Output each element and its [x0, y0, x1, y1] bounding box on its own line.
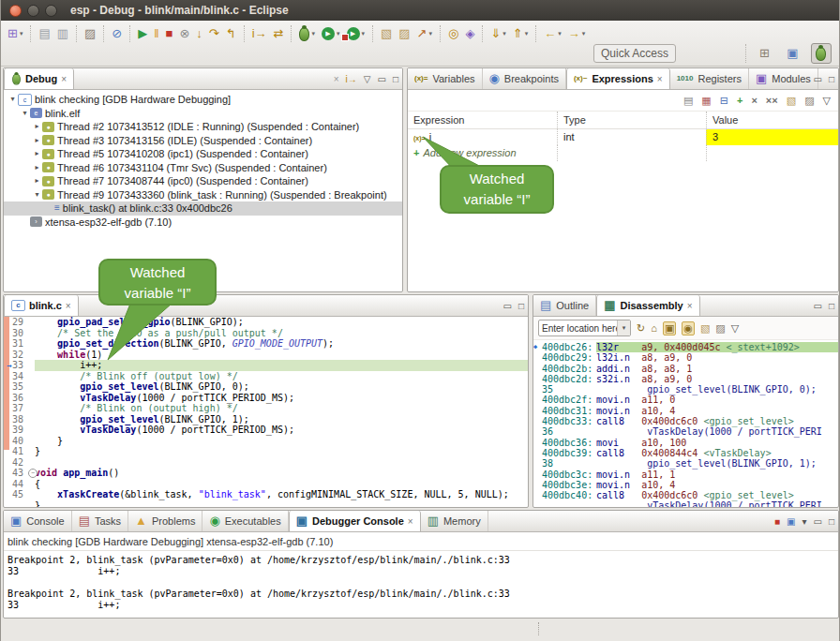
tab-debug-close-icon[interactable]: × [61, 74, 67, 84]
tab-debugger-console[interactable]: ▣Debugger Console× [289, 511, 421, 531]
tab-modules[interactable]: ▣Modules [749, 68, 818, 89]
tree-row[interactable]: ▾eblink.elf [4, 107, 402, 121]
tree-row[interactable]: ▸●Thread #6 1073431104 (Tmr Svc) (Suspen… [4, 161, 402, 175]
maximize-icon[interactable]: □ [829, 516, 834, 527]
tree-row[interactable]: ›xtensa-esp32-elf-gdb (7.10) [4, 216, 402, 230]
run-icon[interactable]: ▶▾ [319, 24, 343, 43]
location-combo[interactable]: Enter location here ▾ [538, 320, 631, 336]
dropdown-arrow-icon[interactable]: ▾ [20, 30, 23, 37]
tab-expressions[interactable]: (x)~Expressions× [566, 68, 670, 89]
remove-expression-icon[interactable]: × [751, 95, 757, 106]
window-close-button[interactable] [9, 5, 22, 17]
disassembly-content[interactable]: ◆400dbc26:l32r a9, 0x400d045c <_stext+10… [533, 340, 838, 508]
tree-row[interactable]: ▸●Thread #2 1073413512 (IDLE : Running) … [4, 120, 402, 134]
tab-tasks[interactable]: ▤Tasks [72, 511, 128, 531]
build-icon[interactable]: ▨ [82, 24, 98, 43]
minimize-icon[interactable]: ▭ [814, 74, 822, 84]
fold-collapse-icon[interactable]: − [28, 469, 38, 478]
tab-executables[interactable]: ◉Executables [202, 511, 288, 531]
dropdown-arrow-icon[interactable]: ▾ [582, 30, 586, 37]
dropdown-arrow-icon[interactable]: ▾ [429, 30, 433, 37]
refresh-icon[interactable]: ↻ [637, 322, 645, 335]
column-type[interactable]: Type [557, 112, 706, 128]
instruction-stepping-toggle-icon[interactable]: i→ [346, 74, 357, 84]
window-minimize-button[interactable] [27, 5, 39, 17]
sync-selection-toggle-icon[interactable]: ◉ [682, 321, 695, 335]
column-expression[interactable]: Expression [408, 112, 557, 128]
show-logical-structure-icon[interactable]: ▦ [701, 95, 711, 107]
tree-row[interactable]: ▾●Thread #9 1073433360 (blink_task : Run… [4, 188, 402, 202]
quick-access-button[interactable]: Quick Access [593, 44, 676, 63]
disconnect-icon[interactable]: ⊗ [176, 24, 192, 43]
dropdown-arrow-icon[interactable]: ▾ [362, 30, 366, 37]
open-perspective-button[interactable]: ⊞ [755, 43, 775, 64]
tab-registers[interactable]: 1010Registers [670, 68, 749, 89]
save-all-icon[interactable]: ▥ [54, 24, 71, 43]
tab-expressions-close-icon[interactable]: × [657, 74, 663, 84]
location-combo-dropdown-icon[interactable]: ▾ [617, 320, 630, 335]
cpp-perspective-button[interactable]: ▣ [783, 43, 803, 64]
maximize-icon[interactable]: □ [393, 74, 398, 84]
tab-outline[interactable]: ▤Outline [533, 295, 596, 316]
dropdown-arrow-icon[interactable]: ▾ [525, 30, 529, 37]
minimize-icon[interactable]: ▭ [814, 516, 822, 527]
open-new-view-icon[interactable]: ▨ [804, 95, 814, 107]
editor-content[interactable]: 29 gpio_pad_select_gpio(BLINK_GPIO);30 /… [4, 317, 528, 508]
tab-memory[interactable]: ▥Memory [421, 511, 488, 531]
tab-debug[interactable]: Debug × [4, 68, 74, 89]
home-icon[interactable]: ⌂ [651, 322, 657, 334]
tree-row[interactable]: ▸●Thread #7 1073408744 (ipc0) (Suspended… [4, 174, 402, 188]
step-over-icon[interactable]: ↷ [206, 24, 222, 43]
show-type-names-icon[interactable]: ▤ [683, 95, 693, 107]
tab-disassembly[interactable]: ▦Disassembly× [596, 295, 699, 316]
console-output[interactable]: Breakpoint 2, blink_task (pvParameter=0x… [4, 551, 838, 611]
column-value[interactable]: Value [706, 112, 838, 128]
expander-icon[interactable]: ▸ [32, 147, 42, 160]
tab-console[interactable]: ▣Console [4, 511, 72, 531]
terminate-icon[interactable]: ■ [163, 24, 176, 43]
remove-all-expressions-icon[interactable]: ×× [766, 95, 778, 106]
back-icon[interactable]: ←▾ [541, 24, 564, 43]
open-project-icon[interactable]: ▨ [396, 24, 412, 43]
tab-breakpoints[interactable]: ◉Breakpoints [483, 68, 566, 89]
window-maximize-button[interactable] [45, 5, 57, 17]
tree-row[interactable]: ▾cblink checking [GDB Hardware Debugging… [4, 93, 402, 107]
dropdown-arrow-icon[interactable]: ▾ [558, 30, 562, 37]
skip-all-breakpoints-icon[interactable]: ⊘ [109, 24, 125, 43]
instruction-stepping-icon[interactable]: i→ [249, 24, 270, 43]
tab-blink-c[interactable]: c blink.c × [4, 295, 79, 316]
expander-icon[interactable]: ▸ [32, 120, 42, 133]
dropdown-arrow-icon[interactable]: ▾ [502, 30, 506, 37]
add-expression-icon[interactable]: + [737, 95, 742, 106]
debug-launch-tree[interactable]: ▾cblink checking [GDB Hardware Debugging… [4, 90, 402, 229]
step-return-icon[interactable]: ↰ [223, 24, 239, 43]
search-icon[interactable]: ◎ [445, 24, 461, 43]
launch-icon[interactable]: ↗▾ [414, 24, 435, 43]
debug-icon[interactable]: ▾ [296, 24, 318, 43]
tree-row[interactable]: ▸●Thread #5 1073410208 (ipc1) (Suspended… [4, 147, 402, 161]
use-step-filters-icon[interactable]: ⇄ [271, 24, 287, 43]
suspend-icon[interactable]: ‖ [151, 24, 161, 43]
expander-icon[interactable]: ▾ [20, 107, 30, 120]
open-new-view-icon[interactable]: ▨ [715, 322, 725, 335]
new-project-icon[interactable]: ▧ [378, 24, 395, 43]
maximize-icon[interactable]: □ [829, 74, 834, 84]
tab-variables[interactable]: (x)=Variables [408, 68, 483, 89]
tab-problems[interactable]: ▲Problems [128, 511, 202, 531]
debug-perspective-button[interactable] [811, 43, 832, 64]
new-view-icon[interactable]: ▧ [700, 322, 710, 335]
view-menu-icon[interactable]: ▽ [364, 74, 371, 84]
tab-debugger-console-close-icon[interactable]: × [408, 516, 413, 527]
external-tools-icon[interactable]: ▶▾ [344, 24, 368, 43]
dropdown-arrow-icon[interactable]: ▾ [802, 516, 806, 527]
expander-icon[interactable]: ▸ [32, 134, 42, 147]
dropdown-arrow-icon[interactable]: ▾ [337, 30, 340, 37]
next-annotation-icon[interactable]: ⇑▾ [510, 24, 531, 43]
collapse-all-icon[interactable]: ⊟ [720, 95, 728, 107]
tab-blink-c-close-icon[interactable]: × [66, 301, 71, 311]
tree-row[interactable]: ≡blink_task() at blink.c:33 0x400dbc26 [4, 201, 402, 216]
remove-all-terminated-icon[interactable]: × [334, 74, 339, 84]
minimize-icon[interactable]: ▭ [814, 301, 822, 311]
open-element-icon[interactable]: ◈ [462, 24, 477, 43]
view-menu-icon[interactable]: ▽ [731, 322, 739, 335]
